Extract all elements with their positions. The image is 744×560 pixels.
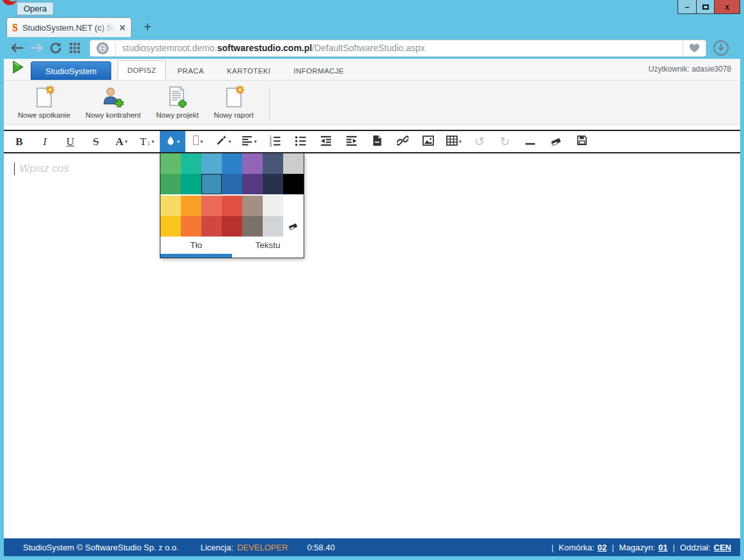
brand-button[interactable]: StudioSystem bbox=[31, 61, 111, 80]
status-right: |Komórka:02|Magazyn:01|Oddział:CEN bbox=[546, 543, 731, 552]
toolbar-bold-button[interactable]: B bbox=[6, 131, 32, 152]
opera-menu-button[interactable]: Opera bbox=[17, 2, 54, 15]
eraser-icon bbox=[288, 221, 299, 233]
toolbar-underline-button[interactable]: U bbox=[58, 131, 83, 152]
app-tab-kartoteki[interactable]: KARTOTEKI bbox=[215, 61, 282, 80]
color-swatch-fac51c[interactable] bbox=[160, 216, 181, 237]
close-window-button[interactable]: x bbox=[714, 0, 740, 13]
color-swatch-fba026[interactable] bbox=[181, 196, 201, 216]
color-swatch-00a885[interactable] bbox=[181, 174, 201, 194]
color-swatch-28324e[interactable] bbox=[263, 174, 283, 194]
status-cell-oddział-: Oddział:CEN bbox=[680, 543, 731, 552]
color-swatch-41a85f[interactable] bbox=[160, 174, 181, 194]
color-swatch-2c82c9[interactable] bbox=[222, 153, 242, 174]
color-swatch-e25041[interactable] bbox=[222, 196, 242, 216]
color-swatch-9365b8[interactable] bbox=[242, 153, 263, 174]
app-tab-informacje[interactable]: INFORMACJE bbox=[282, 61, 355, 80]
minimize-button[interactable]: – bbox=[678, 0, 696, 13]
color-swatch-ffffff[interactable] bbox=[283, 196, 304, 216]
status-cell-label: Oddział: bbox=[680, 543, 711, 552]
app-tab-dopisz[interactable]: DOPISZ bbox=[118, 60, 166, 80]
toolbar-text-color-button[interactable]: ▾ bbox=[160, 131, 185, 152]
speed-dial-button[interactable] bbox=[65, 39, 84, 57]
toolbar-insert-image-button[interactable] bbox=[415, 131, 441, 152]
color-swatch-1abc9c[interactable] bbox=[181, 153, 201, 174]
maximize-button[interactable] bbox=[696, 0, 714, 13]
toolbar-insert-link-button[interactable] bbox=[390, 131, 415, 152]
color-swatch-61bd6d[interactable] bbox=[160, 153, 181, 174]
color-swatch-000000[interactable] bbox=[283, 174, 304, 194]
browser-tab[interactable]: S StudioSystem.NET (c) Soft ✕ bbox=[6, 17, 132, 37]
toolbar-italic-button[interactable]: I bbox=[32, 131, 58, 152]
download-button[interactable] bbox=[712, 39, 730, 57]
ribbon-button-nowe-spotkanie[interactable]: Nowe spotkanie bbox=[10, 81, 78, 125]
picker-tab-tło[interactable]: Tło bbox=[160, 238, 232, 254]
ribbon-button-label: Nowy projekt bbox=[156, 111, 198, 119]
back-button[interactable] bbox=[8, 39, 27, 57]
toolbar-insert-file-button[interactable] bbox=[364, 131, 390, 152]
start-play-icon[interactable] bbox=[12, 60, 24, 77]
status-cell-value[interactable]: 01 bbox=[658, 543, 667, 552]
toolbar-indent-button[interactable] bbox=[339, 131, 364, 152]
brand-label: StudioSystem bbox=[45, 66, 97, 76]
toolbar-outdent-button[interactable] bbox=[313, 131, 339, 152]
bookmark-heart-button[interactable] bbox=[683, 40, 706, 56]
copyright-text: StudioSystem © SoftwareStudio Sp. z o.o. bbox=[23, 543, 179, 552]
reload-button[interactable] bbox=[46, 39, 65, 57]
forward-button[interactable] bbox=[27, 39, 46, 57]
toolbar-clear-formatting-button[interactable] bbox=[543, 131, 569, 152]
ribbon-button-nowy-raport[interactable]: Nowy raport bbox=[206, 81, 261, 125]
toolbar-ordered-list-button[interactable]: 123 bbox=[262, 131, 288, 152]
toolbar-redo-button[interactable]: ↻ bbox=[492, 131, 518, 152]
app-tab-praca[interactable]: PRACA bbox=[166, 61, 215, 80]
status-cell-value[interactable]: CEN bbox=[714, 543, 731, 552]
color-swatch-7c706b[interactable] bbox=[242, 216, 263, 237]
color-swatch-475577[interactable] bbox=[263, 153, 283, 174]
ribbon-button-nowy-projekt[interactable]: Nowy projekt bbox=[148, 81, 206, 125]
color-swatch-a38f84[interactable] bbox=[242, 196, 263, 216]
site-security-globe-icon[interactable] bbox=[97, 42, 109, 54]
url-text-area[interactable]: studiosystemroot.demo.softwarestudio.com… bbox=[90, 42, 683, 54]
remove-color-swatch[interactable] bbox=[283, 216, 304, 237]
toolbar-font-size-button[interactable]: T↕▾ bbox=[134, 131, 160, 152]
toolbar-font-family-button[interactable]: A▾ bbox=[109, 131, 134, 152]
text-color-icon bbox=[166, 136, 176, 148]
color-swatch-d1d5d8[interactable] bbox=[263, 216, 283, 237]
toolbar-insert-table-button[interactable]: ▾ bbox=[441, 131, 467, 152]
inline-style-icon bbox=[193, 136, 199, 148]
status-left: StudioSystem © SoftwareStudio Sp. z o.o.… bbox=[23, 543, 335, 552]
color-swatch-54acd2[interactable] bbox=[201, 153, 222, 174]
color-swatch-f37934[interactable] bbox=[181, 216, 201, 237]
color-swatch-2969b0[interactable] bbox=[222, 174, 242, 194]
clear-formatting-icon bbox=[550, 135, 562, 148]
color-swatch-b8312f[interactable] bbox=[222, 216, 242, 237]
opera-menu-label: Opera bbox=[24, 4, 47, 13]
toolbar-horizontal-rule-button[interactable] bbox=[518, 131, 543, 152]
color-swatch-3d8eb9[interactable] bbox=[201, 174, 222, 194]
toolbar-paragraph-style-button[interactable]: ▾ bbox=[211, 131, 236, 152]
status-cell-value[interactable]: 02 bbox=[598, 543, 607, 552]
editor-body[interactable]: Wpisz coś bbox=[4, 153, 740, 175]
status-separator: | bbox=[552, 543, 554, 552]
toolbar-unordered-list-button[interactable] bbox=[288, 131, 313, 152]
url-field[interactable]: studiosystemroot.demo.softwarestudio.com… bbox=[89, 40, 706, 57]
color-swatch-efefef[interactable] bbox=[263, 196, 283, 216]
new-tab-button[interactable]: + bbox=[139, 19, 156, 35]
status-cell-magazyn-: Magazyn:01 bbox=[619, 543, 668, 552]
color-swatch-d14841[interactable] bbox=[201, 216, 222, 237]
color-swatch-eb6b56[interactable] bbox=[201, 196, 222, 216]
status-cell-label: Magazyn: bbox=[619, 543, 655, 552]
tab-close-icon[interactable]: ✕ bbox=[119, 23, 126, 33]
new-document-star-icon bbox=[222, 85, 245, 109]
ribbon-button-nowy-kontrahent[interactable]: Nowy kontrahent bbox=[78, 81, 148, 125]
toolbar-save-button[interactable] bbox=[569, 131, 594, 152]
color-swatch-cccccc[interactable] bbox=[283, 153, 304, 174]
color-swatch-553982[interactable] bbox=[242, 174, 263, 194]
chevron-down-icon: ▾ bbox=[125, 139, 127, 144]
toolbar-inline-style-button[interactable]: ▾ bbox=[185, 131, 211, 152]
toolbar-strikethrough-button[interactable]: S bbox=[83, 131, 109, 152]
toolbar-undo-button[interactable]: ↺ bbox=[467, 131, 492, 152]
picker-tab-tekstu[interactable]: Tekstu bbox=[232, 238, 304, 254]
toolbar-align-button[interactable]: ▾ bbox=[236, 131, 262, 152]
color-swatch-f7da64[interactable] bbox=[160, 196, 181, 216]
